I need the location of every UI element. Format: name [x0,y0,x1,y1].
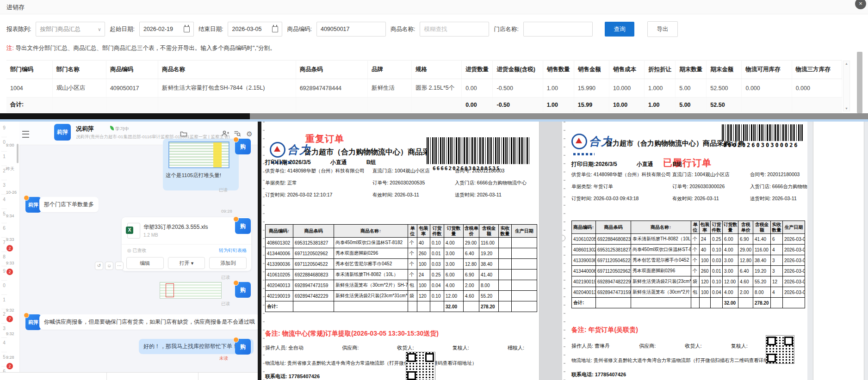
sprout-icon [110,126,114,130]
taskbar-gray-strip [250,113,868,119]
rail-scrollbar[interactable] [17,144,19,163]
background-panel [813,122,864,380]
avatar[interactable]: 莉萍 [25,314,41,330]
avatar[interactable]: 购 [235,339,251,355]
scroll-down-icon[interactable]: ▼ [843,107,849,110]
table-cell [499,259,512,270]
table-cell: 单据类型: 年货订单 [571,181,672,193]
file-message-card[interactable]: X 华塑33订单2026.3.555.xls 1.2 MB ◎ 已查收 转为钉钉… [122,217,251,271]
table-cell: 1.000 [645,79,676,98]
table-cell: 6971120504522 [596,255,631,266]
avatar[interactable]: 莉萍 [54,124,71,141]
avatar-sticker [233,280,239,286]
list-item[interactable]: ☺ [105,262,113,270]
conversation-item[interactable]: 9:327 [6,305,19,329]
table-cell: 供货单位: 4148098华塑（台州）科技有限公司 [265,165,372,177]
edit-button[interactable]: 编辑 [126,257,164,269]
table-cell: 413440006 [572,266,596,276]
table-cell [512,259,537,270]
table-row: 1004观山小区店409050017新鲜生活大容量打包盒SH-7844（2.15… [6,79,842,98]
message-hover-toolbar[interactable]: ↺☺⋯ [95,262,124,270]
column-header: 销售成本 [609,61,644,79]
image-caption: 这个是1105店打堆头量! [166,172,236,179]
add-to-button[interactable]: 添加到 [209,257,247,269]
background-table-strip [0,372,258,380]
table-cell [464,301,479,312]
table-cell: 0.000 [792,79,842,98]
gear-icon[interactable]: ⚙ [245,130,254,138]
table-cell: 0.03 [711,255,723,266]
table-cell [412,98,462,112]
conversation-item[interactable]: 昨天 [6,164,19,187]
table-cell: 0.10 [711,245,723,255]
end-date-input[interactable]: 2026-03-05 [228,22,282,37]
export-button[interactable]: 导出 [647,21,678,37]
avatar[interactable]: 购 [235,218,251,234]
conversation-item[interactable]: 9:332 [6,258,19,282]
image-message-bubble[interactable]: 这个是1105店打堆头量! [163,139,239,190]
order-items-table: 商品编码↑商品条码商品名称↑单位包装率订货件数订货数量含税单价含税金额实收数量生… [265,224,537,312]
table-cell: 2026-03-04 [783,287,805,298]
scroll-up-icon[interactable]: ▲ [843,62,849,65]
open-button[interactable]: 打开▾ [168,257,205,269]
table-cell: 0.10 [430,291,444,301]
table-cell: 合计: [266,301,293,312]
table-row: 4106102056922884680823泰禾清新纸篓TH-8082（10L）… [572,234,805,245]
column-header: 商品编码 [106,61,158,79]
avatar[interactable]: 莉萍 [25,197,41,213]
table-cell: 402190019 [266,291,293,301]
table-cell: 包 [691,287,700,298]
avatar[interactable]: 购 [235,139,251,154]
unread-badge: 2 [6,245,13,251]
table-scrollbar[interactable]: ▲ ▼ [843,61,850,111]
report-type-select[interactable]: 按部门商品汇总 ∨ [36,22,105,37]
table-cell: 秀本创艺雪尼尔擦手巾0452 [631,255,691,266]
folder-icon[interactable] [180,130,188,138]
conversation-item[interactable]: 9:332 [6,234,19,258]
table-cell: 3 [771,266,783,276]
conversation-item[interactable]: 10-26 [6,187,19,211]
start-date-input[interactable]: 2026-02-19 [139,22,194,37]
conversation-item[interactable]: 9:34 [6,211,19,234]
table-cell: 5.00 [676,98,707,112]
list-item[interactable]: ⋯ [115,262,124,270]
rail-digit: 9 [1,125,7,137]
column-header: 单位 [408,225,417,238]
read-receipt: 已读 [221,275,230,281]
table-row: 合计:32.00278.20 [572,298,805,308]
product-name-input[interactable]: 模糊查找 [420,22,489,37]
chat-message: 你喊供应商报备，但是要确保门店有货卖，如果门店有缺货，供应商报备是不会通过哦 [39,314,258,330]
table-row: 4133900366971120504522秀本创艺雪尼尔擦手巾0452个100… [572,255,805,266]
table-cell: 个 [691,266,700,276]
table-cell [499,248,512,259]
conversation-rail[interactable]: 901234567890123456 9:00昨天10-269:349:3329… [0,122,20,380]
table-cell: 新鲜生活蒸笼布（30cm*2片）SH-7 [334,280,408,291]
convert-to-sheet-link[interactable]: 转为钉钉表格 [219,247,247,254]
list-item: B组 [673,160,682,168]
spreadsheet-image-message[interactable] [160,282,222,299]
list-item[interactable]: ↺ [95,262,103,270]
avatar[interactable]: 购 [235,282,251,298]
store-name-input[interactable] [523,22,593,37]
table-cell: 32.00 [723,298,738,308]
page-scrollbar[interactable] [857,52,862,113]
conversation-time: 9:28 [6,355,14,360]
table-cell [512,291,537,301]
table-cell: 8.00 [753,287,771,298]
product-code-input[interactable]: 409050017 [316,22,386,37]
add-person-icon[interactable] [221,130,229,138]
table-cell: 0.01 [430,248,444,259]
menu-icon[interactable] [22,131,29,138]
list-item: 复核人: [453,344,469,351]
file-name: 华塑33订单2026.3.555.xls [143,223,248,231]
conversation-item[interactable]: 9:32 [6,329,19,352]
spreadsheet-thumbnail[interactable] [168,141,229,168]
report-type-value: 按部门商品汇总 [40,25,81,33]
contact-status: 学习中 [110,126,129,132]
table-cell: 3.00 [723,266,738,276]
query-button[interactable]: 查询 [605,22,634,37]
list-item: 收货人: [685,343,702,349]
conversation-item[interactable] [6,282,19,305]
table-cell: 19.20 [753,266,771,276]
table-cell: 0.10 [711,276,723,287]
